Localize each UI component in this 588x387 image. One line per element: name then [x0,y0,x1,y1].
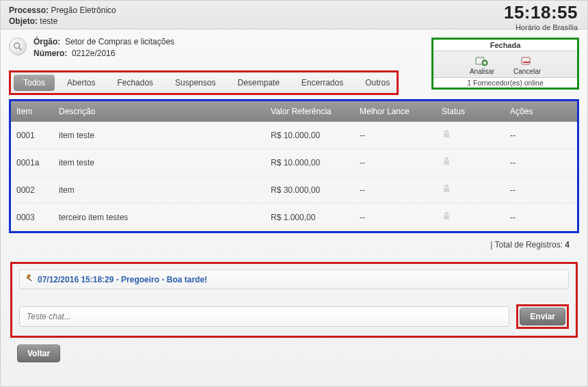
cell-acoes: -- [510,131,577,140]
table-row[interactable]: 0001item testeR$ 10.000,00---- [11,122,577,149]
org-row: Órgão: Setor de Compras e licitações Núm… [9,36,579,59]
tabs-bar: Todos Abertos Fechados Suspensos Desempa… [9,70,399,95]
cell-valor: R$ 30.000,00 [271,185,360,195]
cell-valor: R$ 1.000,00 [271,213,360,222]
processo-value: Pregão Eletrônico [51,5,116,15]
tab-todos[interactable]: Todos [14,75,55,91]
cell-acoes: -- [510,158,577,168]
th-valor: Valor Referência [271,107,360,116]
gavel-icon [25,274,34,284]
orgao-value: Setor de Compras e licitações [65,37,174,46]
cell-item: 0002 [11,185,59,195]
chat-input[interactable] [19,306,509,327]
cell-melhor: -- [360,185,442,195]
chat-log: 07/12/2016 15:18:29 - Pregoeiro - Boa ta… [19,269,569,289]
cell-valor: R$ 10.000,00 [271,158,360,168]
cell-valor: R$ 10.000,00 [271,131,360,140]
cell-acoes: -- [510,185,577,195]
processo-line: Processo: Pregão Eletrônico [9,5,579,16]
tab-encerrados[interactable]: Encerrados [292,75,353,91]
cell-desc: item [59,185,271,195]
lock-icon [442,184,510,196]
lock-icon [442,129,510,141]
th-status: Status [442,107,510,116]
send-button[interactable]: Enviar [520,308,565,325]
cell-desc: terceiro item testes [59,213,271,222]
lock-icon [442,211,510,223]
total-value: 4 [565,240,570,250]
th-acoes: Ações [510,107,577,116]
table-row[interactable]: 0003terceiro item testesR$ 1.000,00---- [11,204,577,231]
numero-value: 0212e/2016 [72,49,115,58]
chat-log-message: 07/12/2016 15:18:29 - Pregoeiro - Boa ta… [38,275,207,284]
numero-label: Número: [34,49,67,58]
orgao-label: Órgão: [34,37,60,46]
svg-rect-6 [444,133,449,137]
tab-desempate[interactable]: Desempate [228,75,289,91]
voltar-button[interactable]: Voltar [17,345,60,362]
cell-item: 0001 [11,131,59,140]
cell-item: 0003 [11,213,59,222]
objeto-label: Objeto: [9,16,38,26]
cell-item: 0001a [11,158,59,168]
header-bar: Processo: Pregão Eletrônico Objeto: test… [1,1,587,29]
table-row[interactable]: 0002itemR$ 30.000,00---- [11,176,577,204]
svg-rect-9 [444,215,449,219]
svg-rect-8 [444,188,449,192]
items-table: Item Descrição Valor Referência Melhor L… [9,99,579,233]
tab-suspensos[interactable]: Suspensos [165,75,225,91]
svg-rect-7 [444,161,449,165]
svg-line-11 [29,278,31,281]
cell-acoes: -- [510,213,577,222]
chat-panel: 07/12/2016 15:18:29 - Pregoeiro - Boa ta… [10,262,578,338]
cell-melhor: -- [360,213,442,222]
objeto-line: Objeto: teste [9,16,579,27]
numero-line: Número: 0212e/2016 [34,48,174,59]
svg-point-4 [14,43,20,49]
total-row: | Total de Registros: 4 [9,233,579,256]
cell-melhor: -- [360,158,442,168]
cell-melhor: -- [360,131,442,140]
lock-icon [442,157,510,168]
tab-fechados[interactable]: Fechados [107,75,163,91]
clock-time: 15:18:55 [504,2,578,23]
orgao-line: Órgão: Setor de Compras e licitações [34,36,174,48]
processo-label: Processo: [9,5,49,15]
svg-line-5 [19,48,22,51]
table-header: Item Descrição Valor Referência Melhor L… [11,101,577,122]
cell-desc: item teste [59,131,271,140]
th-melhor: Melhor Lance [360,107,442,116]
th-item: Item [11,107,59,116]
search-icon[interactable] [9,38,27,55]
tab-outros[interactable]: Outros [356,75,399,91]
total-label: | Total de Registros: [490,240,563,250]
table-row[interactable]: 0001aitem testeR$ 10.000,00---- [11,149,577,176]
objeto-value: teste [40,16,57,26]
tab-abertos[interactable]: Abertos [57,75,105,91]
th-descricao: Descrição [59,107,271,116]
clock: 15:18:55 Horário de Brasília [504,2,578,31]
cell-desc: item teste [59,158,271,168]
